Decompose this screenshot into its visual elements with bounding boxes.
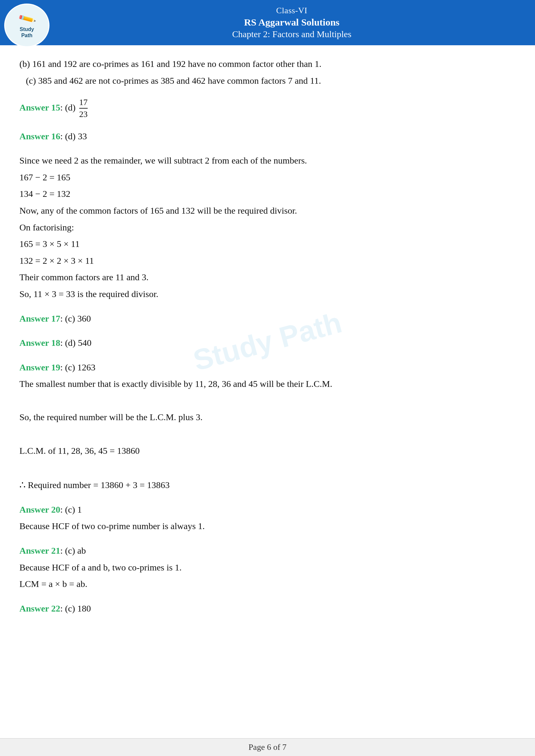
logo-path: Path <box>20 32 34 39</box>
header-class: Class-VI <box>55 6 528 15</box>
answer-19-header: Answer 19: (c) 1263 <box>19 360 516 375</box>
answer-17-label: Answer 17 <box>19 313 60 324</box>
answer-20-label: Answer 20 <box>19 504 60 515</box>
page-wrapper: ✏️ Study Path Class-VI RS Aggarwal Solut… <box>0 0 535 756</box>
answer-15-label: Answer 15 <box>19 102 60 113</box>
ans20-explanation: Because HCF of two co-prime number is al… <box>19 519 516 534</box>
answer-20-option: : (c) 1 <box>60 504 82 515</box>
ans21-exp-0: Because HCF of a and b, two co-primes is… <box>19 560 516 575</box>
ans19-exp-1: So, the required number will be the L.C.… <box>19 410 516 425</box>
content-area: Study Path (b) 161 and 192 are co-primes… <box>0 45 535 756</box>
answer-15-option: : (d) <box>60 102 75 113</box>
answer-16-block: Answer 16: (d) 33 <box>19 129 516 144</box>
fraction-denominator: 23 <box>79 109 88 119</box>
ans21-exp-1: LCM = a × b = ab. <box>19 576 516 592</box>
header-solutions: RS Aggarwal Solutions <box>55 17 528 28</box>
answer-20-block: Answer 20: (c) 1 Because HCF of two co-p… <box>19 502 516 534</box>
content-inner: (b) 161 and 192 are co-primes as 161 and… <box>19 56 516 616</box>
answer-19-label: Answer 19 <box>19 362 60 372</box>
answer-18-block: Answer 18: (d) 540 <box>19 335 516 351</box>
therefore-symbol: ∴ <box>19 479 26 490</box>
logo-text: Study Path <box>20 26 34 39</box>
answer-c-text: (c) 385 and 462 are not co-primes as 385… <box>26 76 321 86</box>
answer-b-line: (b) 161 and 192 are co-primes as 161 and… <box>19 56 516 72</box>
answer-17-option: : (c) 360 <box>60 313 91 324</box>
answer-21-option: : (c) ab <box>60 546 86 555</box>
expl-line-0: Since we need 2 as the remainder, we wil… <box>19 153 516 168</box>
logo-inner: ✏️ Study Path <box>20 12 34 39</box>
page-footer: Page 6 of 7 <box>0 738 535 756</box>
fraction-17-23: 17 23 <box>79 97 88 119</box>
logo-container: ✏️ Study Path <box>3 3 51 48</box>
section-bc: (b) 161 and 192 are co-primes as 161 and… <box>19 56 516 88</box>
answer-15-block: Answer 15: (d) 17 23 <box>19 97 516 119</box>
answer-c-line: (c) 385 and 462 are not co-primes as 385… <box>26 73 516 89</box>
expl-line-3: Now, any of the common factors of 165 an… <box>19 203 516 219</box>
expl-line-4: On factorising: <box>19 220 516 235</box>
expl-line-6: 132 = 2 × 2 × 3 × 11 <box>19 253 516 269</box>
answer-19-option: : (c) 1263 <box>60 362 96 372</box>
answer-b-text: (b) 161 and 192 are co-primes as 161 and… <box>19 59 322 69</box>
answer-16-line: Answer 16: (d) 33 <box>19 129 516 144</box>
answer-22-line: Answer 22: (c) 180 <box>19 601 516 616</box>
ans19-exp-2: L.C.M. of 11, 28, 36, 45 = 13860 <box>19 443 516 459</box>
answer-16-label: Answer 16 <box>19 131 60 141</box>
expl-line-2: 134 − 2 = 132 <box>19 186 516 202</box>
expl-line-8: So, 11 × 3 = 33 is the required divisor. <box>19 286 516 302</box>
answer-21-label: Answer 21 <box>19 546 60 555</box>
ans19-exp-3: ∴ Required number = 13860 + 3 = 13863 <box>19 476 516 493</box>
logo-circle: ✏️ Study Path <box>4 4 49 47</box>
answer-16-explanation: Since we need 2 as the remainder, we wil… <box>19 153 516 302</box>
answer-15-line: Answer 15: (d) 17 23 <box>19 97 516 119</box>
ans19-exp-0: The smallest number that is exactly divi… <box>19 376 516 392</box>
pen-icon: ✏️ <box>17 9 37 28</box>
answer-22-option: : (c) 180 <box>60 604 91 613</box>
answer-18-option: : (d) 540 <box>60 338 91 348</box>
content: Study Path (b) 161 and 192 are co-primes… <box>0 45 535 638</box>
expl-line-1: 167 − 2 = 165 <box>19 170 516 185</box>
answer-17-line: Answer 17: (c) 360 <box>19 311 516 326</box>
answer-18-label: Answer 18 <box>19 338 60 348</box>
page-header: ✏️ Study Path Class-VI RS Aggarwal Solut… <box>0 0 535 45</box>
answer-21-header: Answer 21: (c) ab <box>19 543 516 558</box>
page-number: Page 6 of 7 <box>248 742 287 752</box>
expl-line-7: Their common factors are 11 and 3. <box>19 270 516 285</box>
header-chapter: Chapter 2: Factors and Multiples <box>55 29 528 40</box>
logo-study: Study <box>20 26 34 32</box>
answer-21-block: Answer 21: (c) ab Because HCF of a and b… <box>19 543 516 592</box>
answer-18-line: Answer 18: (d) 540 <box>19 335 516 351</box>
ans19-exp-3-text: Required number = 13860 + 3 = 13863 <box>28 480 170 490</box>
answer-20-header: Answer 20: (c) 1 <box>19 502 516 518</box>
answer-22-label: Answer 22 <box>19 604 60 613</box>
expl-line-5: 165 = 3 × 5 × 11 <box>19 236 516 252</box>
fraction-numerator: 17 <box>79 97 88 109</box>
answer-16-option: : (d) 33 <box>60 131 87 141</box>
answer-22-block: Answer 22: (c) 180 <box>19 601 516 616</box>
answer-17-block: Answer 17: (c) 360 <box>19 311 516 326</box>
answer-19-block: Answer 19: (c) 1263 The smallest number … <box>19 360 516 493</box>
